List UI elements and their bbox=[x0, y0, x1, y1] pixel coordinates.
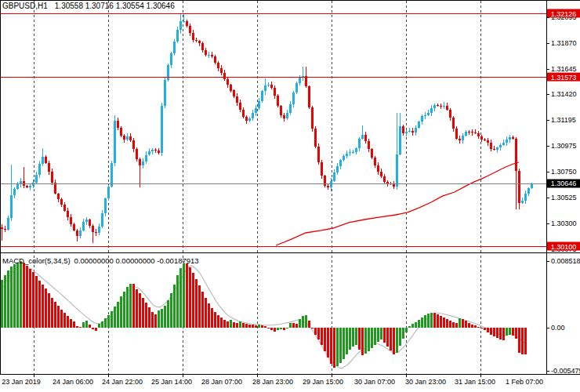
macd-bar bbox=[274, 328, 276, 332]
macd-bar bbox=[57, 306, 60, 328]
macd-bar bbox=[393, 328, 395, 354]
macd-bar bbox=[437, 314, 439, 328]
macd-bar bbox=[123, 292, 125, 328]
macd-bar bbox=[151, 312, 154, 328]
candle bbox=[490, 143, 492, 148]
macd-bar bbox=[220, 318, 223, 328]
candle bbox=[195, 40, 198, 41]
candle bbox=[92, 226, 94, 231]
candle bbox=[305, 76, 307, 86]
macd-bar bbox=[227, 321, 229, 328]
macd-bar bbox=[214, 312, 216, 328]
macd-bar bbox=[139, 293, 141, 328]
macd-bar bbox=[111, 311, 113, 328]
price-chart-canvas[interactable]: 1.320951.318701.316451.314201.311951.309… bbox=[0, 0, 580, 392]
candle bbox=[371, 149, 373, 158]
macd-bar bbox=[487, 328, 489, 332]
macd-bar bbox=[73, 321, 75, 328]
candle bbox=[324, 176, 326, 186]
candle bbox=[299, 78, 301, 83]
macd-bar bbox=[308, 321, 310, 328]
macd-bar bbox=[95, 328, 97, 331]
candle bbox=[487, 140, 489, 143]
candle bbox=[355, 148, 357, 152]
macd-bar bbox=[35, 276, 38, 328]
macd-bar bbox=[496, 328, 498, 338]
candle bbox=[346, 154, 348, 157]
candle bbox=[317, 147, 320, 162]
candle bbox=[60, 199, 63, 205]
candle bbox=[261, 91, 263, 100]
macd-bar bbox=[126, 287, 129, 328]
candle-wick bbox=[2, 224, 2, 240]
time-axis-label: 24 Jan 22:00 bbox=[102, 378, 143, 386]
macd-bar bbox=[330, 328, 332, 364]
axis-label: 0.0085182 bbox=[551, 257, 580, 265]
macd-bar bbox=[440, 316, 442, 328]
candle bbox=[7, 218, 9, 230]
candle bbox=[368, 141, 370, 149]
macd-bar bbox=[173, 285, 176, 328]
chart-window: 1.320951.318701.316451.314201.311951.309… bbox=[0, 0, 580, 392]
macd-bar bbox=[305, 315, 307, 328]
macd-bar bbox=[506, 328, 508, 336]
macd-bar bbox=[480, 328, 483, 328]
candle bbox=[239, 103, 241, 111]
macd-bar bbox=[324, 328, 326, 351]
candle bbox=[123, 136, 125, 139]
macd-bar bbox=[484, 328, 486, 330]
candle bbox=[16, 184, 19, 189]
candle bbox=[531, 184, 533, 188]
macd-bar bbox=[170, 293, 172, 328]
candle bbox=[336, 166, 339, 173]
macd-bar bbox=[358, 328, 361, 350]
time-axis-label: 30 Jan 07:00 bbox=[354, 378, 395, 386]
candle bbox=[220, 68, 223, 74]
macd-bar bbox=[89, 325, 91, 328]
candle bbox=[277, 96, 279, 107]
candle bbox=[258, 101, 260, 109]
candle bbox=[484, 140, 486, 141]
candle bbox=[142, 162, 144, 165]
macd-bar bbox=[449, 321, 451, 328]
macd-bar bbox=[339, 328, 342, 363]
candle bbox=[111, 163, 113, 186]
candle bbox=[236, 96, 238, 103]
axis-label: 0.00 bbox=[551, 324, 565, 332]
macd-bar bbox=[38, 281, 41, 328]
candle bbox=[471, 132, 473, 132]
time-axis-label: 30 Jan 23:00 bbox=[405, 378, 446, 386]
candle bbox=[311, 107, 314, 129]
macd-bar bbox=[455, 323, 458, 328]
macd-bar bbox=[48, 293, 50, 328]
macd-bar bbox=[82, 322, 85, 328]
candle bbox=[402, 126, 404, 133]
candle bbox=[295, 83, 298, 92]
macd-bar bbox=[405, 328, 408, 332]
candle bbox=[136, 149, 138, 159]
candle bbox=[374, 158, 376, 165]
candle bbox=[35, 175, 38, 183]
candle bbox=[264, 85, 266, 91]
macd-bar bbox=[415, 322, 417, 328]
candle bbox=[255, 108, 257, 113]
macd-bar bbox=[192, 273, 194, 328]
macd-bar bbox=[374, 328, 376, 345]
macd-bar bbox=[515, 328, 517, 339]
macd-bar bbox=[280, 328, 282, 329]
candle bbox=[386, 182, 389, 183]
candle bbox=[437, 105, 439, 107]
axis-label: 1.30646 bbox=[551, 180, 577, 187]
macd-bar bbox=[242, 323, 245, 328]
candle bbox=[509, 137, 511, 140]
candle bbox=[274, 88, 276, 96]
candle bbox=[89, 220, 91, 226]
candle-wick bbox=[409, 128, 410, 132]
candle bbox=[252, 113, 254, 118]
macd-bar bbox=[352, 328, 354, 347]
macd-bar bbox=[311, 328, 314, 328]
macd-bar bbox=[176, 275, 179, 328]
candle bbox=[79, 230, 82, 236]
macd-bar bbox=[314, 328, 317, 335]
macd-bar bbox=[186, 263, 188, 328]
